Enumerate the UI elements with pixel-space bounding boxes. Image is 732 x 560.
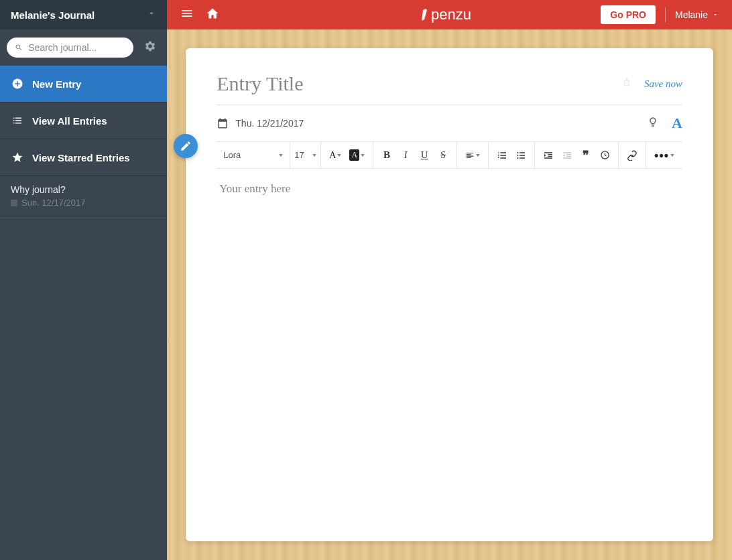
add-circle-icon	[11, 78, 24, 90]
new-entry-label: New Entry	[32, 78, 81, 90]
more-group: •••	[646, 142, 682, 168]
more-button[interactable]: •••	[652, 146, 677, 165]
search-row	[0, 29, 167, 66]
timestamp-button[interactable]	[597, 146, 613, 165]
search-box[interactable]	[7, 38, 133, 58]
sidebar-item-starred[interactable]: View Starred Entries	[0, 139, 167, 176]
hamburger-icon	[180, 7, 194, 20]
svg-point-3	[517, 155, 518, 156]
strikethrough-button[interactable]: S	[435, 146, 451, 165]
caret-down-icon	[312, 154, 316, 157]
topbar-left	[180, 7, 219, 23]
caret-down-icon	[337, 154, 341, 157]
font-size-label: 17	[294, 150, 304, 160]
caret-down-icon	[279, 154, 283, 157]
caret-down-icon	[476, 154, 480, 157]
underline-button[interactable]: U	[416, 146, 432, 165]
save-area: Save now	[621, 76, 682, 92]
align-group	[457, 142, 489, 168]
blockquote-button[interactable]: ❞	[578, 146, 594, 165]
outdent-button[interactable]	[559, 146, 575, 165]
caret-down-icon	[670, 154, 674, 157]
italic-button[interactable]: I	[398, 146, 414, 165]
penzu-logo-icon: penzu	[419, 5, 481, 25]
paper-header: Save now	[217, 72, 682, 105]
search-icon	[15, 43, 23, 52]
entry-item-title: Why journal?	[11, 184, 156, 195]
calendar-icon	[217, 117, 229, 129]
user-menu[interactable]: Melanie	[675, 9, 719, 20]
format-toolbar: Lora 17 A A	[217, 142, 682, 169]
user-name: Melanie	[675, 9, 708, 20]
settings-button[interactable]	[140, 40, 160, 55]
prompt-button[interactable]	[648, 117, 658, 130]
pencil-icon	[180, 140, 192, 152]
link-button[interactable]	[624, 146, 640, 165]
align-button[interactable]	[463, 146, 483, 165]
svg-point-1	[626, 82, 627, 84]
main-area: penzu Go PRO Melanie	[167, 0, 732, 560]
text-color-button[interactable]: A	[326, 146, 344, 165]
home-button[interactable]	[206, 7, 219, 23]
outdent-icon	[562, 150, 572, 161]
unordered-list-icon	[515, 150, 526, 161]
new-entry-button[interactable]: New Entry	[0, 66, 167, 102]
svg-text:penzu: penzu	[431, 6, 471, 23]
meta-right: A	[648, 115, 682, 132]
highlight-color-button[interactable]: A	[347, 146, 367, 165]
list-icon	[11, 115, 24, 127]
sidebar: Melanie's Journal New Entry View All Ent…	[0, 0, 167, 560]
sidebar-item-label: View Starred Entries	[32, 152, 130, 163]
menu-button[interactable]	[180, 7, 194, 23]
font-size-select[interactable]: 17	[290, 142, 321, 168]
unordered-list-button[interactable]	[513, 146, 529, 165]
list-group	[489, 142, 535, 168]
caret-down-icon	[712, 11, 719, 18]
svg-point-4	[517, 157, 518, 159]
svg-point-2	[517, 152, 518, 153]
journal-dropdown[interactable]: Melanie's Journal	[0, 0, 167, 29]
entry-item-date: Sun. 12/17/2017	[11, 198, 156, 208]
lightbulb-icon	[648, 117, 658, 127]
ordered-list-icon	[497, 150, 507, 161]
entry-list-item[interactable]: Why journal? Sun. 12/17/2017	[0, 176, 167, 216]
sidebar-item-all-entries[interactable]: View All Entries	[0, 102, 167, 139]
topbar-divider	[665, 7, 666, 22]
go-pro-button[interactable]: Go PRO	[601, 5, 656, 24]
indent-icon	[543, 150, 554, 161]
align-left-icon	[465, 151, 475, 160]
lock-icon[interactable]	[621, 76, 632, 92]
workspace: Save now Thu. 12/21/2017 A Lora	[167, 29, 732, 560]
ordered-list-button[interactable]	[494, 146, 510, 165]
link-icon	[627, 150, 637, 161]
ellipsis-icon: •••	[654, 149, 669, 161]
gear-icon	[144, 40, 156, 52]
meta-row: Thu. 12/21/2017 A	[217, 105, 682, 142]
journal-name: Melanie's Journal	[11, 9, 95, 21]
sidebar-item-label: View All Entries	[32, 115, 107, 127]
font-family-select[interactable]: Lora	[217, 142, 290, 168]
caret-down-icon	[361, 154, 365, 157]
app-logo[interactable]: penzu	[419, 5, 481, 25]
entry-date-text: Thu. 12/21/2017	[235, 118, 304, 129]
style-group: B I U S	[373, 142, 457, 168]
bold-button[interactable]: B	[379, 146, 395, 165]
editor-body[interactable]: Your entry here	[217, 169, 682, 437]
link-group	[619, 142, 646, 168]
font-name-label: Lora	[223, 150, 241, 160]
entry-date-picker[interactable]: Thu. 12/21/2017	[217, 117, 304, 129]
search-input[interactable]	[28, 42, 125, 53]
editor-paper: Save now Thu. 12/21/2017 A Lora	[186, 48, 713, 541]
format-toggle-button[interactable]: A	[672, 115, 682, 132]
entry-status-icon	[11, 200, 17, 206]
topbar: penzu Go PRO Melanie	[167, 0, 732, 29]
color-group: A A	[321, 142, 373, 168]
clock-icon	[600, 150, 610, 160]
home-icon	[206, 7, 219, 20]
entry-title-input[interactable]	[217, 72, 496, 95]
indent-group: ❞	[535, 142, 619, 168]
edit-mode-button[interactable]	[174, 134, 198, 158]
indent-button[interactable]	[540, 146, 556, 165]
chevron-down-icon	[147, 9, 156, 21]
save-now-link[interactable]: Save now	[644, 78, 682, 90]
